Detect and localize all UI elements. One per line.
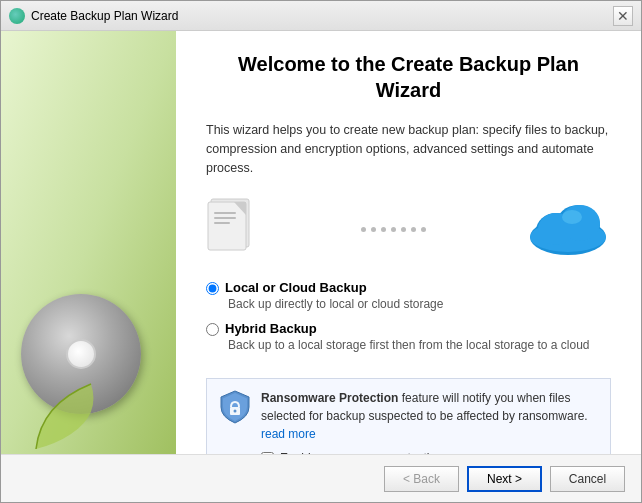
connector-dot [381, 227, 386, 232]
close-button[interactable]: ✕ [613, 6, 633, 26]
radio-label-hybrid[interactable]: Hybrid Backup [206, 321, 611, 336]
svg-point-13 [234, 410, 237, 413]
wizard-title: Welcome to the Create Backup Plan Wizard [206, 51, 611, 103]
connector-dot [411, 227, 416, 232]
radio-local-cloud[interactable] [206, 282, 219, 295]
connector-dot [421, 227, 426, 232]
footer: < Back Next > Cancel [1, 454, 641, 502]
ransomware-protection-box: Ransomware Protection feature will notif… [206, 378, 611, 454]
read-more-link[interactable]: read more [261, 427, 316, 441]
radio-desc-hybrid: Back up to a local storage first then fr… [228, 338, 611, 352]
svg-rect-1 [208, 202, 246, 250]
ransomware-text: Ransomware Protection feature will notif… [261, 389, 598, 443]
radio-hybrid[interactable] [206, 323, 219, 336]
content-area: Welcome to the Create Backup Plan Wizard… [1, 31, 641, 454]
wizard-window: Create Backup Plan Wizard ✕ Welcome to t… [0, 0, 642, 503]
next-button[interactable]: Next > [467, 466, 542, 492]
connector-dot [361, 227, 366, 232]
connector-dot [401, 227, 406, 232]
svg-point-11 [562, 210, 582, 224]
illustration [206, 197, 611, 262]
sidebar [1, 31, 176, 454]
dots-connector [271, 227, 516, 232]
ransomware-bold: Ransomware Protection [261, 391, 398, 405]
shield-icon [219, 389, 251, 425]
disc-inner [66, 339, 96, 369]
radio-option-hybrid: Hybrid Backup Back up to a local storage… [206, 321, 611, 352]
title-bar: Create Backup Plan Wizard ✕ [1, 1, 641, 31]
main-panel: Welcome to the Create Backup Plan Wizard… [176, 31, 641, 454]
radio-label-local-cloud[interactable]: Local or Cloud Backup [206, 280, 611, 295]
svg-rect-4 [214, 222, 230, 224]
cloud-icon [526, 197, 611, 262]
svg-rect-2 [214, 212, 236, 214]
radio-title-local-cloud: Local or Cloud Backup [225, 280, 367, 295]
connector-dot [391, 227, 396, 232]
radio-options: Local or Cloud Backup Back up directly t… [206, 280, 611, 362]
radio-desc-local-cloud: Back up directly to local or cloud stora… [228, 297, 611, 311]
connector-dot [371, 227, 376, 232]
svg-rect-3 [214, 217, 236, 219]
ransomware-header: Ransomware Protection feature will notif… [219, 389, 598, 443]
document-icon [206, 197, 261, 262]
cancel-button[interactable]: Cancel [550, 466, 625, 492]
radio-title-hybrid: Hybrid Backup [225, 321, 317, 336]
wizard-description: This wizard helps you to create new back… [206, 121, 611, 177]
radio-option-local-cloud: Local or Cloud Backup Back up directly t… [206, 280, 611, 311]
svg-point-10 [560, 205, 600, 241]
title-bar-text: Create Backup Plan Wizard [31, 9, 613, 23]
back-button[interactable]: < Back [384, 466, 459, 492]
leaf-decoration [31, 374, 111, 454]
app-icon [9, 8, 25, 24]
